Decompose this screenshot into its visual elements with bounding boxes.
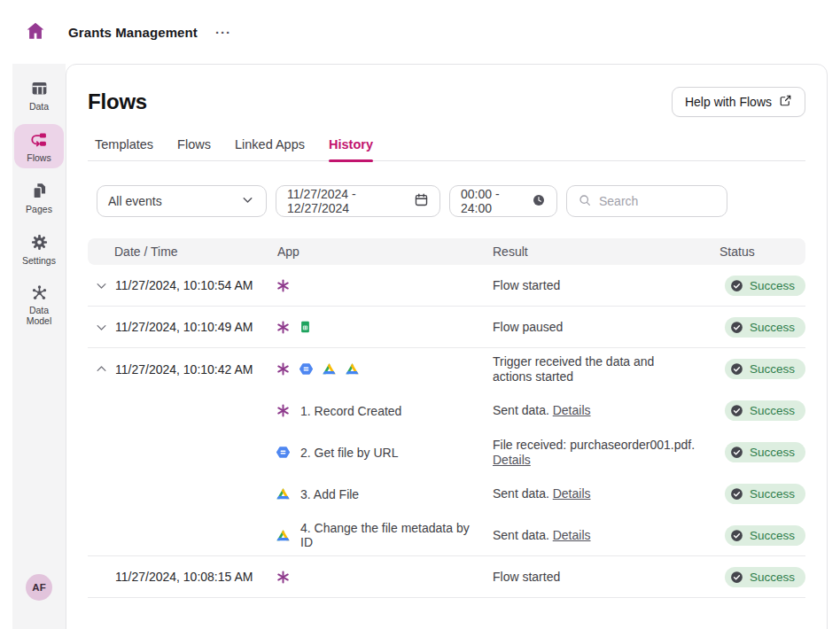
google-drive-icon (276, 528, 291, 543)
status-badge: Success (725, 484, 805, 504)
tab-history[interactable]: History (329, 137, 373, 160)
row-datetime: 11/27/2024, 10:08:15 AM (115, 570, 253, 584)
hexagon-app-icon (276, 445, 291, 460)
tab-templates[interactable]: Templates (95, 137, 153, 160)
data-table-icon (30, 79, 49, 98)
row-datetime: 11/27/2024, 10:10:49 AM (115, 320, 253, 334)
user-avatar[interactable]: AF (26, 574, 52, 601)
more-options-icon[interactable]: ··· (212, 23, 235, 42)
data-model-icon (30, 283, 49, 302)
search-input[interactable] (599, 194, 716, 208)
status-label: Success (750, 529, 795, 542)
check-icon (729, 320, 744, 335)
row-result: Flow started (493, 278, 560, 292)
check-icon (729, 278, 744, 293)
status-badge: Success (725, 525, 805, 546)
page-header: Flows Help with Flows (88, 87, 805, 117)
sidebar: Data Flows Pages (12, 64, 66, 629)
google-drive-icon (345, 361, 360, 377)
details-link[interactable]: Details (553, 403, 591, 417)
sidebar-item-settings[interactable]: Settings (14, 227, 64, 271)
clock-icon (532, 193, 546, 210)
tab-bar: Templates Flows Linked Apps History (88, 137, 805, 161)
smartsuite-icon (276, 320, 291, 335)
details-link[interactable]: Details (493, 453, 531, 467)
row-datetime: 11/27/2024, 10:10:42 AM (115, 362, 253, 377)
row-result: Trigger received the data and actions st… (493, 354, 654, 384)
sidebar-item-flows[interactable]: Flows (14, 124, 64, 168)
chevron-down-icon (240, 192, 255, 210)
home-button[interactable] (24, 20, 47, 43)
google-drive-icon (276, 486, 291, 501)
chevron-up-icon[interactable] (93, 361, 109, 377)
status-badge: Success (725, 442, 805, 462)
sidebar-item-pages[interactable]: Pages (14, 175, 64, 220)
column-header-result: Result (479, 245, 708, 259)
smartsuite-icon (276, 278, 291, 293)
row-result: Sent data. (493, 528, 549, 542)
table-row[interactable]: 11/27/2024, 10:10:49 AM Flow paused Succ… (88, 307, 805, 348)
events-dropdown[interactable]: All events (97, 185, 267, 217)
row-datetime: 11/27/2024, 10:10:54 AM (115, 278, 253, 292)
app-title: Grants Management (68, 25, 198, 40)
search-icon (578, 193, 592, 210)
table-row[interactable]: 11/27/2024, 10:10:54 AM Flow started Suc… (88, 265, 805, 307)
page-title: Flows (88, 89, 147, 114)
smartsuite-icon (276, 570, 291, 585)
table-row[interactable]: 11/27/2024, 10:08:15 AM Flow started Suc… (88, 556, 805, 598)
tab-linked-apps[interactable]: Linked Apps (235, 137, 305, 160)
table-step-row: 4. Change the file metadata by ID Sent d… (88, 515, 805, 556)
details-link[interactable]: Details (553, 486, 591, 501)
step-label: 1. Record Created (300, 404, 401, 418)
status-label: Success (750, 321, 795, 334)
chevron-down-icon[interactable] (93, 319, 109, 335)
status-badge: Success (725, 567, 805, 587)
status-label: Success (750, 362, 795, 376)
table-row[interactable]: 11/27/2024, 10:10:42 AM Trigger received… (88, 348, 805, 390)
main-panel: Flows Help with Flows Templates Flows Li… (66, 64, 828, 629)
status-label: Success (750, 571, 795, 584)
sidebar-item-label: Data Model (16, 305, 62, 326)
google-drive-icon (322, 361, 337, 377)
smartsuite-icon (276, 361, 291, 377)
search-box (566, 185, 727, 217)
help-with-flows-button[interactable]: Help with Flows (672, 87, 805, 117)
details-link[interactable]: Details (553, 528, 591, 542)
status-badge: Success (725, 317, 805, 338)
check-icon (729, 445, 744, 460)
home-icon (25, 20, 46, 44)
status-badge: Success (725, 400, 805, 421)
table-step-row: 3. Add File Sent data. Details Success (88, 473, 805, 515)
table-step-row: 1. Record Created Sent data. Details Suc… (88, 390, 805, 431)
sidebar-item-data[interactable]: Data (14, 73, 64, 117)
check-icon (729, 403, 744, 418)
status-label: Success (750, 446, 795, 459)
sidebar-item-label: Flows (27, 152, 51, 163)
google-sheets-icon (299, 320, 312, 334)
step-label: 3. Add File (300, 487, 359, 501)
status-label: Success (750, 487, 795, 501)
step-label: 2. Get file by URL (300, 446, 399, 460)
status-badge: Success (725, 359, 805, 379)
time-range-picker[interactable]: 00:00 - 24:00 (449, 185, 557, 217)
hexagon-app-icon (299, 361, 314, 377)
row-result: Sent data. (493, 403, 549, 417)
check-icon (729, 361, 744, 377)
sidebar-item-data-model[interactable]: Data Model (14, 278, 64, 330)
sidebar-item-label: Pages (26, 204, 52, 214)
chevron-down-icon[interactable] (93, 277, 109, 293)
external-link-icon (779, 94, 792, 110)
help-button-label: Help with Flows (685, 95, 772, 109)
check-icon (729, 570, 744, 585)
flows-icon (29, 130, 49, 150)
row-result: Sent data. (493, 486, 549, 501)
tab-flows[interactable]: Flows (177, 137, 211, 160)
table-step-row: 2. Get file by URL File received: purcha… (88, 431, 805, 473)
events-dropdown-value: All events (108, 194, 240, 208)
date-range-picker[interactable]: 11/27/2024 - 12/27/2024 (276, 185, 440, 217)
row-result: Flow started (493, 570, 560, 584)
time-range-value: 00:00 - 24:00 (461, 187, 532, 215)
check-icon (729, 486, 744, 501)
app-window: Grants Management ··· Data Flows (0, 0, 840, 629)
pages-icon (30, 182, 49, 201)
